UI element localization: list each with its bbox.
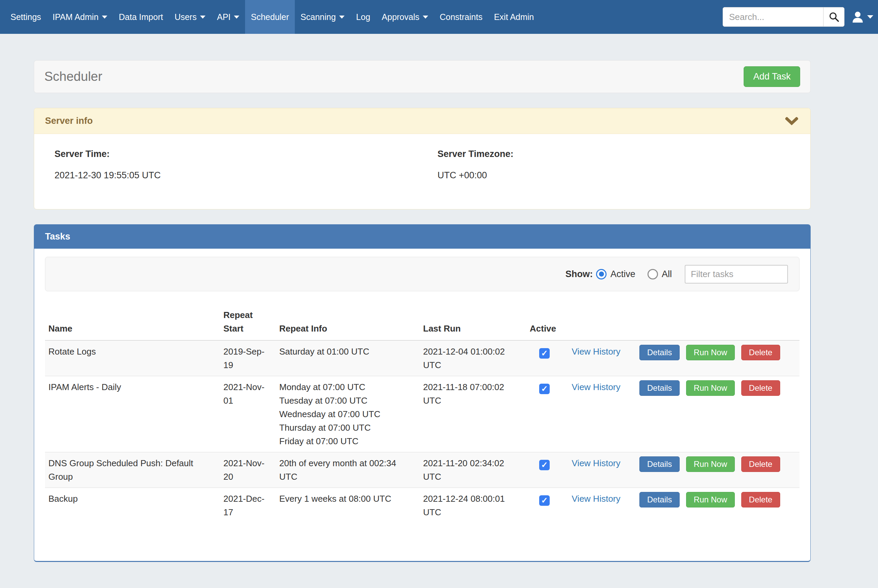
task-row: Backup 2021-Dec-17 Every 1 weeks at 08:0…: [45, 488, 800, 524]
nav-item-approvals[interactable]: Approvals: [376, 0, 434, 34]
view-history-link[interactable]: View History: [572, 346, 620, 357]
navbar: Settings IPAM Admin Data Import Users AP…: [0, 0, 878, 34]
search-button[interactable]: [823, 8, 844, 26]
task-repeat-info: Saturday at 01:00 UTC: [276, 340, 420, 376]
column-header-name: Name: [45, 306, 220, 340]
task-row: IPAM Alerts - Daily 2021-Nov-01 Monday a…: [45, 376, 800, 452]
task-row: Rotate Logs 2019-Sep-19 Saturday at 01:0…: [45, 340, 800, 376]
check-icon: ✓: [541, 349, 548, 357]
delete-button[interactable]: Delete: [741, 345, 780, 360]
scheduler-header-panel: Scheduler Add Task: [34, 60, 810, 93]
server-info-body: Server Time: 2021-12-30 19:55:05 UTC Ser…: [34, 134, 810, 209]
navbar-items: Settings IPAM Admin Data Import Users AP…: [5, 0, 540, 34]
caret-down-icon: [234, 16, 239, 19]
navbar-search: [723, 7, 845, 27]
column-header-active: Active: [526, 306, 562, 340]
task-row: DNS Group Scheduled Push: Default Group …: [45, 452, 800, 488]
show-label: Show:: [565, 269, 593, 279]
task-name: DNS Group Scheduled Push: Default Group: [45, 452, 220, 488]
filter-tasks-input[interactable]: [685, 265, 788, 284]
active-checkbox[interactable]: ✓: [539, 460, 550, 470]
nav-item-settings[interactable]: Settings: [5, 0, 47, 34]
active-checkbox[interactable]: ✓: [539, 495, 550, 506]
check-icon: ✓: [541, 385, 548, 393]
server-timezone-label: Server Timezone:: [438, 149, 810, 159]
tasks-table-header: Name Repeat Start Repeat Info Last Run A…: [45, 306, 800, 340]
task-repeat-start: 2021-Nov-01: [220, 376, 276, 452]
run-now-button[interactable]: Run Now: [686, 380, 735, 396]
task-repeat-start: 2021-Nov-20: [220, 452, 276, 488]
column-header-repeat-start: Repeat Start: [220, 306, 276, 340]
task-repeat-info: 20th of every month at 002:34 UTC: [276, 452, 420, 488]
task-repeat-start: 2021-Dec-17: [220, 488, 276, 524]
nav-item-users[interactable]: Users: [169, 0, 211, 34]
nav-item-log[interactable]: Log: [350, 0, 376, 34]
nav-item-scanning[interactable]: Scanning: [295, 0, 350, 34]
run-now-button[interactable]: Run Now: [686, 345, 735, 360]
search-input[interactable]: [723, 8, 823, 26]
caret-down-icon: [867, 15, 873, 19]
caret-down-icon: [200, 16, 206, 19]
tasks-table-body: Rotate Logs 2019-Sep-19 Saturday at 01:0…: [45, 340, 800, 523]
nav-item-ipam-admin[interactable]: IPAM Admin: [47, 0, 113, 34]
caret-down-icon: [102, 16, 107, 19]
run-now-button[interactable]: Run Now: [686, 492, 735, 507]
delete-button[interactable]: Delete: [741, 380, 780, 396]
page-title: Scheduler: [44, 69, 102, 84]
nav-item-exit-admin[interactable]: Exit Admin: [488, 0, 540, 34]
tasks-table: Name Repeat Start Repeat Info Last Run A…: [45, 306, 800, 523]
details-button[interactable]: Details: [639, 380, 680, 396]
search-icon: [828, 11, 840, 22]
delete-button[interactable]: Delete: [741, 492, 780, 507]
task-repeat-start: 2019-Sep-19: [220, 340, 276, 376]
main-content: Scheduler Add Task Server info Server Ti…: [34, 60, 810, 562]
task-last-run: 2021-11-18 07:00:02 UTC: [420, 376, 526, 452]
task-last-run: 2021-12-24 08:00:01 UTC: [420, 488, 526, 524]
run-now-button[interactable]: Run Now: [686, 456, 735, 472]
radio-all-label: All: [662, 269, 672, 279]
radio-all[interactable]: [647, 269, 658, 279]
view-history-link[interactable]: View History: [572, 458, 620, 468]
column-header-last-run: Last Run: [420, 306, 526, 340]
active-checkbox[interactable]: ✓: [539, 384, 550, 394]
user-icon: [851, 11, 864, 23]
caret-down-icon: [423, 16, 428, 19]
radio-active-label: Active: [610, 269, 635, 279]
server-info-header[interactable]: Server info: [34, 108, 810, 134]
server-time-label: Server Time:: [54, 149, 428, 159]
check-icon: ✓: [541, 461, 548, 469]
chevron-down-icon[interactable]: [785, 117, 798, 125]
details-button[interactable]: Details: [639, 492, 680, 507]
nav-item-api[interactable]: API: [211, 0, 245, 34]
server-timezone-value: UTC +00:00: [438, 170, 810, 181]
view-history-link[interactable]: View History: [572, 494, 620, 504]
task-repeat-info: Every 1 weeks at 08:00 UTC: [276, 488, 420, 524]
details-button[interactable]: Details: [639, 345, 680, 360]
radio-active[interactable]: [596, 269, 606, 279]
task-name: IPAM Alerts - Daily: [45, 376, 220, 452]
nav-item-scheduler[interactable]: Scheduler: [245, 0, 295, 34]
server-info-panel: Server info Server Time: 2021-12-30 19:5…: [34, 108, 810, 209]
server-time-value: 2021-12-30 19:55:05 UTC: [54, 170, 428, 181]
tasks-panel: Tasks Show: Active All Name: [34, 224, 810, 562]
column-header-repeat-info: Repeat Info: [276, 306, 420, 340]
tasks-panel-title: Tasks: [34, 225, 810, 249]
view-history-link[interactable]: View History: [572, 382, 620, 392]
task-name: Rotate Logs: [45, 340, 220, 376]
nav-item-data-import[interactable]: Data Import: [113, 0, 169, 34]
task-last-run: 2021-12-04 01:00:02 UTC: [420, 340, 526, 376]
add-task-button[interactable]: Add Task: [744, 66, 800, 87]
task-last-run: 2021-11-20 02:34:02 UTC: [420, 452, 526, 488]
delete-button[interactable]: Delete: [741, 456, 780, 472]
nav-item-constraints[interactable]: Constraints: [434, 0, 488, 34]
user-menu-button[interactable]: [851, 0, 873, 34]
check-icon: ✓: [541, 496, 548, 504]
task-name: Backup: [45, 488, 220, 524]
tasks-filter-bar: Show: Active All: [45, 257, 800, 291]
task-repeat-info: Monday at 07:00 UTCTuesday at 07:00 UTCW…: [276, 376, 420, 452]
server-info-title: Server info: [45, 116, 93, 126]
details-button[interactable]: Details: [639, 456, 680, 472]
caret-down-icon: [339, 16, 345, 19]
active-checkbox[interactable]: ✓: [539, 348, 550, 358]
